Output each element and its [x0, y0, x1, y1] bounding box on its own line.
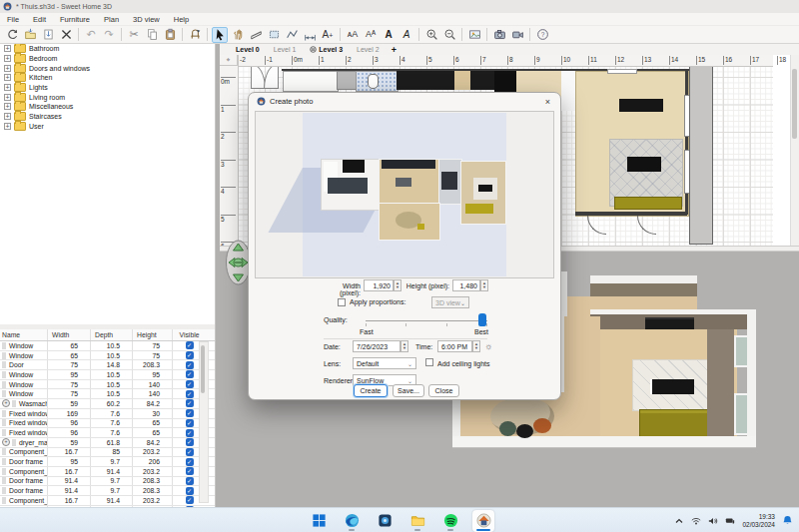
menu-furniture[interactable]: Furniture: [53, 15, 97, 24]
width-input[interactable]: 1,920: [364, 279, 394, 291]
height-input[interactable]: 1,480: [452, 279, 480, 291]
create-polylines-icon[interactable]: [284, 27, 300, 43]
group-toggle-icon[interactable]: +: [2, 438, 10, 446]
help-icon[interactable]: ?: [534, 27, 550, 43]
save-button[interactable]: Save...: [393, 384, 424, 397]
close-button[interactable]: Close: [428, 384, 459, 397]
ceiling-lights-checkbox[interactable]: [425, 358, 433, 366]
undo-icon[interactable]: ↶: [83, 27, 99, 43]
zoom-in-icon[interactable]: [423, 27, 439, 43]
paste-icon[interactable]: [162, 27, 178, 43]
date-spinner[interactable]: ▲▼: [400, 340, 408, 352]
catalog-item-miscellaneous[interactable]: +Miscellaneous: [0, 102, 215, 112]
expand-icon[interactable]: +: [4, 45, 11, 52]
furniture-row[interactable]: Window7510.5140✓: [0, 380, 215, 390]
furniture-row[interactable]: Door frame91.49.7208.3✓: [0, 486, 215, 496]
taskbar-start-icon[interactable]: [308, 510, 330, 532]
clock[interactable]: 19:33 02/03/2024: [742, 513, 775, 528]
expand-icon[interactable]: +: [4, 113, 11, 120]
column-header-width[interactable]: Width: [48, 329, 91, 340]
visible-checkbox[interactable]: ✓: [186, 477, 194, 485]
wifi-icon[interactable]: [691, 516, 701, 526]
create-rooms-icon[interactable]: [266, 27, 282, 43]
select-icon[interactable]: [212, 27, 228, 43]
expand-icon[interactable]: +: [4, 74, 11, 81]
visible-checkbox[interactable]: ✓: [186, 448, 194, 456]
bold-icon[interactable]: A: [381, 27, 397, 43]
add-texts-icon[interactable]: A+: [320, 27, 336, 43]
expand-icon[interactable]: +: [4, 103, 11, 110]
furniture-row[interactable]: Door frame91.49.7208.3✓: [0, 477, 215, 487]
visible-checkbox[interactable]: ✓: [186, 419, 194, 427]
furniture-row[interactable]: Fixed window967.665✓: [0, 419, 215, 429]
furniture-list-scrollbar[interactable]: [199, 341, 209, 503]
visible-checkbox[interactable]: ✓: [186, 409, 194, 417]
redo-icon[interactable]: ↷: [101, 27, 117, 43]
expand-icon[interactable]: +: [4, 65, 11, 72]
height-spinner[interactable]: ▲▼: [480, 279, 488, 291]
furniture-row[interactable]: Fixed window967.665✓: [0, 428, 215, 438]
volume-icon[interactable]: [708, 516, 718, 526]
quality-slider-track[interactable]: [366, 320, 487, 321]
visible-checkbox[interactable]: ✓: [186, 390, 194, 398]
taskbar-sweet-home-3d-icon[interactable]: [472, 510, 494, 532]
furniture-row[interactable]: Window7510.5140✓: [0, 389, 215, 399]
device-icon[interactable]: [725, 516, 735, 526]
visible-checkbox[interactable]: ✓: [186, 341, 194, 349]
column-header-name[interactable]: Name: [0, 329, 48, 340]
furniture-row[interactable]: Window9510.595✓: [0, 370, 215, 380]
furniture-row[interactable]: Door7514.8208.3✓: [0, 360, 215, 370]
visible-checkbox[interactable]: ✓: [186, 429, 194, 437]
visible-checkbox[interactable]: ✓: [186, 399, 194, 407]
lens-dropdown[interactable]: Default⌄: [353, 357, 416, 369]
hidden-icons-chevron-icon[interactable]: [674, 516, 684, 526]
decrease-text-size-icon[interactable]: ᴀA: [345, 27, 361, 43]
date-input[interactable]: 7/26/2023: [353, 340, 400, 352]
catalog-item-bathroom[interactable]: +Bathroom: [0, 44, 215, 54]
close-icon[interactable]: ×: [545, 97, 550, 107]
furniture-row[interactable]: +dryer_machi...5961.884.2✓: [0, 438, 215, 448]
menu-file[interactable]: File: [0, 15, 26, 24]
catalog-item-lights[interactable]: +Lights: [0, 83, 215, 93]
tab-level-2[interactable]: Level 2: [351, 46, 386, 53]
catalog-item-staircases[interactable]: +Staircases: [0, 112, 215, 122]
column-header-height[interactable]: Height: [133, 329, 173, 340]
preferences-icon[interactable]: [58, 27, 74, 43]
apply-proportions-checkbox[interactable]: [338, 298, 346, 306]
group-toggle-icon[interactable]: +: [2, 399, 10, 407]
expand-icon[interactable]: +: [4, 123, 11, 130]
create-button[interactable]: Create: [354, 384, 388, 397]
expand-icon[interactable]: +: [4, 55, 11, 62]
add-furniture-icon[interactable]: [187, 27, 203, 43]
furniture-row[interactable]: Component_116.791.4203.2✓: [0, 467, 215, 477]
italic-icon[interactable]: A: [399, 27, 414, 43]
furniture-row[interactable]: Fixed window1697.630✓: [0, 409, 215, 419]
visible-checkbox[interactable]: ✓: [186, 351, 194, 359]
visible-checkbox[interactable]: ✓: [186, 496, 194, 504]
menu-3d-view[interactable]: 3D view: [126, 15, 167, 24]
tab-level-0[interactable]: Level 0: [230, 46, 266, 53]
visible-checkbox[interactable]: ✓: [186, 361, 194, 369]
quality-slider-handle[interactable]: [478, 313, 486, 326]
taskbar-file-explorer-icon[interactable]: [406, 510, 428, 532]
catalog-item-kitchen[interactable]: +Kitchen: [0, 73, 215, 83]
menu-edit[interactable]: Edit: [26, 15, 53, 24]
tab-level-1[interactable]: Level 1: [268, 46, 303, 53]
column-header-depth[interactable]: Depth: [91, 329, 133, 340]
add-level-button[interactable]: +: [392, 45, 397, 55]
catalog-item-living-room[interactable]: +Living room: [0, 92, 215, 102]
create-video-icon[interactable]: [509, 27, 525, 43]
create-walls-icon[interactable]: [248, 27, 264, 43]
visible-checkbox[interactable]: ✓: [186, 438, 194, 446]
cut-icon[interactable]: ✂: [126, 27, 142, 43]
pan-icon[interactable]: [230, 27, 246, 43]
time-spinner[interactable]: ▲▼: [472, 340, 480, 352]
column-header-visible[interactable]: Visible: [173, 329, 206, 340]
visible-checkbox[interactable]: ✓: [186, 467, 194, 475]
create-photo-icon[interactable]: [491, 27, 507, 43]
catalog-item-bedroom[interactable]: +Bedroom: [0, 54, 215, 64]
save-icon[interactable]: [40, 27, 56, 43]
furniture-row[interactable]: Component_116.791.4203.2✓: [0, 496, 215, 506]
increase-text-size-icon[interactable]: Aᴬ: [363, 27, 379, 43]
taskbar-mail-app-icon[interactable]: [374, 510, 396, 532]
